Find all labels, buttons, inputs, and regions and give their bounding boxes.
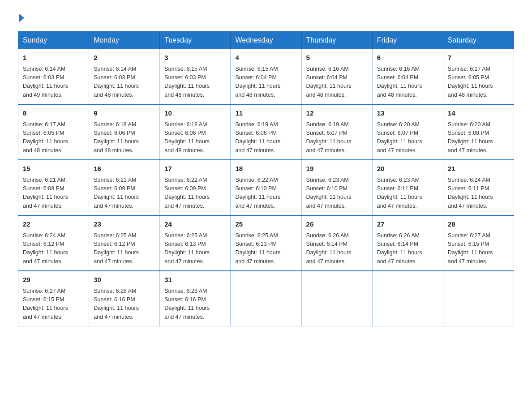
calendar-cell: 24Sunrise: 6:25 AMSunset: 6:13 PMDayligh… [160,215,231,271]
day-info: Sunrise: 6:25 AMSunset: 6:12 PMDaylight:… [94,231,155,266]
day-number: 2 [94,53,155,63]
day-info: Sunrise: 6:18 AMSunset: 6:06 PMDaylight:… [94,120,155,155]
day-info: Sunrise: 6:22 AMSunset: 6:09 PMDaylight:… [164,176,226,211]
day-info: Sunrise: 6:20 AMSunset: 6:08 PMDaylight:… [448,120,509,155]
calendar-cell: 16Sunrise: 6:21 AMSunset: 6:09 PMDayligh… [89,160,160,215]
calendar-header-wednesday: Wednesday [231,32,301,49]
calendar-cell: 30Sunrise: 6:28 AMSunset: 6:16 PMDayligh… [89,271,160,326]
day-number: 17 [164,164,226,174]
day-number: 8 [23,108,84,119]
day-info: Sunrise: 6:25 AMSunset: 6:13 PMDaylight:… [235,231,296,266]
day-number: 20 [377,164,438,174]
calendar-cell: 31Sunrise: 6:28 AMSunset: 6:16 PMDayligh… [160,271,231,326]
calendar-header-thursday: Thursday [301,32,372,49]
calendar-header-monday: Monday [89,32,160,49]
calendar-header-tuesday: Tuesday [160,32,231,49]
day-number: 16 [94,164,155,174]
calendar-cell: 26Sunrise: 6:26 AMSunset: 6:14 PMDayligh… [301,215,372,271]
calendar-cell: 14Sunrise: 6:20 AMSunset: 6:08 PMDayligh… [443,104,514,160]
day-number: 18 [235,164,296,174]
day-info: Sunrise: 6:20 AMSunset: 6:07 PMDaylight:… [377,120,438,155]
calendar-cell [231,271,301,326]
day-number: 1 [23,53,84,63]
calendar-cell: 9Sunrise: 6:18 AMSunset: 6:06 PMDaylight… [89,104,160,160]
day-info: Sunrise: 6:15 AMSunset: 6:03 PMDaylight:… [164,65,226,100]
day-number: 14 [448,108,509,119]
calendar-week-row: 15Sunrise: 6:21 AMSunset: 6:08 PMDayligh… [18,160,514,215]
calendar-header-friday: Friday [372,32,443,49]
calendar-week-row: 8Sunrise: 6:17 AMSunset: 6:05 PMDaylight… [18,104,514,160]
day-number: 19 [306,164,368,174]
calendar-cell [372,271,443,326]
day-number: 28 [448,219,509,230]
day-info: Sunrise: 6:25 AMSunset: 6:13 PMDaylight:… [164,231,226,266]
day-number: 4 [235,53,296,63]
day-number: 12 [306,108,368,119]
calendar-cell: 19Sunrise: 6:23 AMSunset: 6:10 PMDayligh… [301,160,372,215]
day-number: 29 [23,275,84,285]
day-number: 11 [235,108,296,119]
calendar-cell: 10Sunrise: 6:18 AMSunset: 6:06 PMDayligh… [160,104,231,160]
day-number: 26 [306,219,368,230]
day-number: 30 [94,275,155,285]
day-info: Sunrise: 6:27 AMSunset: 6:15 PMDaylight:… [448,231,509,266]
calendar-cell: 25Sunrise: 6:25 AMSunset: 6:13 PMDayligh… [231,215,301,271]
day-number: 27 [377,219,438,230]
day-info: Sunrise: 6:28 AMSunset: 6:16 PMDaylight:… [94,287,155,322]
day-info: Sunrise: 6:21 AMSunset: 6:08 PMDaylight:… [23,176,84,211]
calendar-cell: 21Sunrise: 6:24 AMSunset: 6:11 PMDayligh… [443,160,514,215]
day-info: Sunrise: 6:24 AMSunset: 6:12 PMDaylight:… [23,231,84,266]
calendar-cell: 29Sunrise: 6:27 AMSunset: 6:15 PMDayligh… [18,271,89,326]
day-number: 6 [377,53,438,63]
calendar-header-saturday: Saturday [443,32,514,49]
day-info: Sunrise: 6:17 AMSunset: 6:05 PMDaylight:… [448,65,509,100]
day-info: Sunrise: 6:28 AMSunset: 6:16 PMDaylight:… [164,287,226,322]
day-number: 24 [164,219,226,230]
calendar-cell: 5Sunrise: 6:16 AMSunset: 6:04 PMDaylight… [301,49,372,105]
day-number: 21 [448,164,509,174]
calendar-cell: 2Sunrise: 6:14 AMSunset: 6:03 PMDaylight… [89,49,160,105]
day-number: 13 [377,108,438,119]
day-number: 22 [23,219,84,230]
day-info: Sunrise: 6:16 AMSunset: 6:04 PMDaylight:… [306,65,368,100]
calendar-cell: 18Sunrise: 6:22 AMSunset: 6:10 PMDayligh… [231,160,301,215]
calendar-table: SundayMondayTuesdayWednesdayThursdayFrid… [18,31,514,326]
calendar-cell: 3Sunrise: 6:15 AMSunset: 6:03 PMDaylight… [160,49,231,105]
calendar-cell: 6Sunrise: 6:16 AMSunset: 6:04 PMDaylight… [372,49,443,105]
calendar-cell: 15Sunrise: 6:21 AMSunset: 6:08 PMDayligh… [18,160,89,215]
day-number: 10 [164,108,226,119]
calendar-cell: 20Sunrise: 6:23 AMSunset: 6:11 PMDayligh… [372,160,443,215]
calendar-cell: 11Sunrise: 6:19 AMSunset: 6:06 PMDayligh… [231,104,301,160]
day-info: Sunrise: 6:21 AMSunset: 6:09 PMDaylight:… [94,176,155,211]
day-info: Sunrise: 6:24 AMSunset: 6:11 PMDaylight:… [448,176,509,211]
day-info: Sunrise: 6:23 AMSunset: 6:11 PMDaylight:… [377,176,438,211]
day-number: 15 [23,164,84,174]
calendar-header-sunday: Sunday [18,32,89,49]
calendar-cell: 23Sunrise: 6:25 AMSunset: 6:12 PMDayligh… [89,215,160,271]
day-number: 3 [164,53,226,63]
day-info: Sunrise: 6:15 AMSunset: 6:04 PMDaylight:… [235,65,296,100]
calendar-cell: 17Sunrise: 6:22 AMSunset: 6:09 PMDayligh… [160,160,231,215]
day-number: 31 [164,275,226,285]
calendar-cell: 13Sunrise: 6:20 AMSunset: 6:07 PMDayligh… [372,104,443,160]
day-info: Sunrise: 6:19 AMSunset: 6:06 PMDaylight:… [235,120,296,155]
day-info: Sunrise: 6:22 AMSunset: 6:10 PMDaylight:… [235,176,296,211]
calendar-cell: 1Sunrise: 6:14 AMSunset: 6:03 PMDaylight… [18,49,89,105]
day-info: Sunrise: 6:27 AMSunset: 6:15 PMDaylight:… [23,287,84,322]
day-info: Sunrise: 6:18 AMSunset: 6:06 PMDaylight:… [164,120,226,155]
calendar-cell: 12Sunrise: 6:19 AMSunset: 6:07 PMDayligh… [301,104,372,160]
calendar-week-row: 29Sunrise: 6:27 AMSunset: 6:15 PMDayligh… [18,271,514,326]
day-info: Sunrise: 6:14 AMSunset: 6:03 PMDaylight:… [94,65,155,100]
day-number: 25 [235,219,296,230]
calendar-header-row: SundayMondayTuesdayWednesdayThursdayFrid… [18,32,514,49]
day-info: Sunrise: 6:16 AMSunset: 6:04 PMDaylight:… [377,65,438,100]
page-header [18,13,514,22]
logo [18,13,25,22]
calendar-cell: 22Sunrise: 6:24 AMSunset: 6:12 PMDayligh… [18,215,89,271]
calendar-cell [443,271,514,326]
calendar-cell: 28Sunrise: 6:27 AMSunset: 6:15 PMDayligh… [443,215,514,271]
calendar-cell: 8Sunrise: 6:17 AMSunset: 6:05 PMDaylight… [18,104,89,160]
day-info: Sunrise: 6:26 AMSunset: 6:14 PMDaylight:… [377,231,438,266]
logo-arrow-icon [19,13,24,22]
day-info: Sunrise: 6:23 AMSunset: 6:10 PMDaylight:… [306,176,368,211]
